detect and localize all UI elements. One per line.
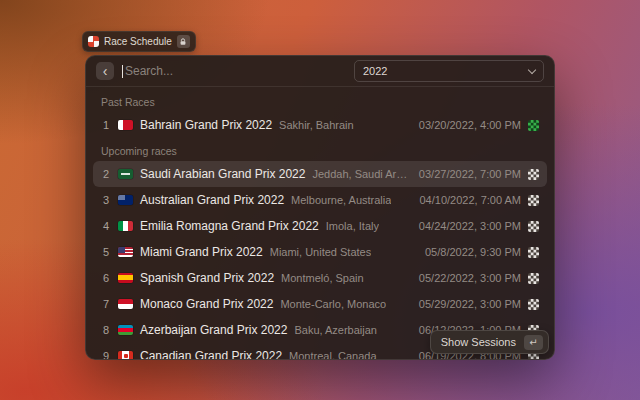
show-sessions-button[interactable]: Show Sessions xyxy=(441,336,516,348)
race-title: Bahrain Grand Prix 2022 xyxy=(140,118,272,132)
row-index: 3 xyxy=(101,194,111,206)
race-location: Baku, Azerbaijan xyxy=(294,324,377,336)
row-index: 2 xyxy=(101,168,111,180)
race-row[interactable]: 2Saudi Arabian Grand Prix 2022Jeddah, Sa… xyxy=(93,161,547,187)
chevron-left-icon: ‹ xyxy=(103,63,108,79)
year-dropdown-value: 2022 xyxy=(363,65,387,77)
search-placeholder: Search... xyxy=(125,64,173,78)
country-flag-icon xyxy=(118,169,133,179)
race-location: Monte-Carlo, Monaco xyxy=(280,298,386,310)
race-title: Saudi Arabian Grand Prix 2022 xyxy=(140,167,305,181)
row-index: 1 xyxy=(101,119,111,131)
row-index: 5 xyxy=(101,246,111,258)
checkered-flag-icon xyxy=(528,169,539,180)
checkered-flag-icon xyxy=(528,221,539,232)
race-title: Monaco Grand Prix 2022 xyxy=(140,297,273,311)
back-button[interactable]: ‹ xyxy=(96,62,114,80)
race-list: Past Races1Bahrain Grand Prix 2022Sakhir… xyxy=(86,87,554,360)
window-title-badge: Race Schedule xyxy=(82,31,196,52)
race-location: Montreal, Canada xyxy=(289,350,376,360)
country-flag-icon xyxy=(118,351,133,360)
section-header: Upcoming races xyxy=(93,138,547,161)
checkered-flag-icon xyxy=(528,247,539,258)
enter-key-icon: ↵ xyxy=(524,335,543,350)
race-datetime: 03/27/2022, 7:00 PM xyxy=(419,168,521,180)
country-flag-icon xyxy=(118,195,133,205)
country-flag-icon xyxy=(118,120,133,130)
chevron-down-icon xyxy=(528,65,536,73)
country-flag-icon xyxy=(118,273,133,283)
race-title: Australian Grand Prix 2022 xyxy=(140,193,284,207)
race-datetime: 04/10/2022, 7:00 AM xyxy=(419,194,521,206)
section-header: Past Races xyxy=(93,89,547,112)
race-datetime: 05/8/2022, 9:30 PM xyxy=(425,246,521,258)
year-dropdown[interactable]: 2022 xyxy=(354,60,544,82)
race-datetime: 05/22/2022, 3:00 PM xyxy=(419,272,521,284)
row-index: 7 xyxy=(101,298,111,310)
row-index: 8 xyxy=(101,324,111,336)
race-title: Emilia Romagna Grand Prix 2022 xyxy=(140,219,319,233)
country-flag-icon xyxy=(118,247,133,257)
race-row[interactable]: 3Australian Grand Prix 2022Melbourne, Au… xyxy=(93,187,547,213)
raycast-window: ‹ Search... 2022 Past Races1Bahrain Gran… xyxy=(85,55,555,360)
race-row[interactable]: 1Bahrain Grand Prix 2022Sakhir, Bahrain0… xyxy=(93,112,547,138)
checkered-flag-icon xyxy=(528,299,539,310)
race-location: Miami, United States xyxy=(270,246,371,258)
search-bar: ‹ Search... 2022 xyxy=(86,56,554,86)
race-location: Jeddah, Saudi Arabia xyxy=(312,168,411,180)
badge-label: Race Schedule xyxy=(104,36,172,47)
race-datetime: 05/29/2022, 3:00 PM xyxy=(419,298,521,310)
search-input[interactable]: Search... xyxy=(122,64,346,78)
race-location: Montmeló, Spain xyxy=(281,272,364,284)
country-flag-icon xyxy=(118,299,133,309)
desktop-background: Race Schedule ‹ Search... 2022 Past Race… xyxy=(0,0,640,400)
country-flag-icon xyxy=(118,325,133,335)
race-title: Miami Grand Prix 2022 xyxy=(140,245,263,259)
country-flag-icon xyxy=(118,221,133,231)
checkered-flag-icon xyxy=(528,195,539,206)
race-schedule-extension-icon xyxy=(88,36,99,47)
race-title: Azerbaijan Grand Prix 2022 xyxy=(140,323,287,337)
lock-icon xyxy=(177,35,190,48)
race-row[interactable]: 4Emilia Romagna Grand Prix 2022Imola, It… xyxy=(93,213,547,239)
race-location: Sakhir, Bahrain xyxy=(279,119,354,131)
row-index: 9 xyxy=(101,350,111,360)
row-index: 4 xyxy=(101,220,111,232)
race-location: Imola, Italy xyxy=(326,220,379,232)
race-row[interactable]: 7Monaco Grand Prix 2022Monte-Carlo, Mona… xyxy=(93,291,547,317)
text-caret xyxy=(122,65,123,78)
checkered-flag-icon xyxy=(528,120,539,131)
race-datetime: 04/24/2022, 3:00 PM xyxy=(419,220,521,232)
action-bar: Show Sessions ↵ xyxy=(430,330,549,354)
race-title: Spanish Grand Prix 2022 xyxy=(140,271,274,285)
race-location: Melbourne, Australia xyxy=(291,194,391,206)
row-index: 6 xyxy=(101,272,111,284)
race-row[interactable]: 6Spanish Grand Prix 2022Montmeló, Spain0… xyxy=(93,265,547,291)
checkered-flag-icon xyxy=(528,273,539,284)
race-title: Canadian Grand Prix 2022 xyxy=(140,349,282,360)
race-datetime: 03/20/2022, 4:00 PM xyxy=(419,119,521,131)
race-row[interactable]: 5Miami Grand Prix 2022Miami, United Stat… xyxy=(93,239,547,265)
